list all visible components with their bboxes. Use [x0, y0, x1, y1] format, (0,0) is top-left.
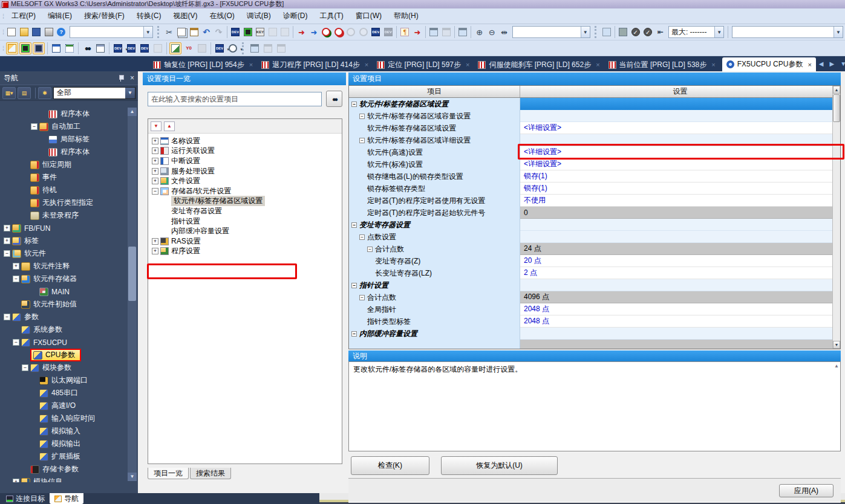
collapse-icon[interactable]: − [31, 123, 38, 130]
find-replace-icon[interactable] [94, 42, 106, 54]
settings-row-value-cell[interactable]: 2048 点 [520, 303, 840, 315]
expand-icon[interactable]: + [152, 168, 158, 175]
menu-item-10[interactable]: 帮助(H) [388, 9, 425, 22]
table-scrollbar[interactable]: ▲ ▼ [832, 86, 840, 349]
device-find-disabled-icon[interactable]: DEV [383, 26, 394, 38]
program-list-icon[interactable] [50, 42, 62, 54]
nav-scrollbar[interactable]: ▲ ▼ [128, 108, 137, 481]
statement-list-icon[interactable] [64, 42, 76, 54]
settings-row-value-cell[interactable]: 不使用 [520, 195, 840, 207]
menu-item-1[interactable]: 编辑(E) [42, 9, 78, 22]
help-icon[interactable]: ? [56, 26, 67, 38]
expand-icon[interactable]: + [152, 178, 158, 184]
collapse-icon[interactable]: − [13, 339, 19, 346]
collapse-icon[interactable]: − [22, 364, 28, 371]
menu-item-3[interactable]: 转换(C) [131, 9, 168, 22]
check-button[interactable]: 检查(K) [351, 456, 429, 475]
nav-tree-item[interactable]: 程序本体 [0, 146, 127, 158]
expand-all-icon[interactable]: ▲ [164, 121, 175, 131]
settings-row-value-cell[interactable]: 2 点 [520, 267, 840, 279]
search-next-icon[interactable] [358, 26, 370, 38]
nav-tree-item[interactable]: +软元件注释 [0, 260, 127, 273]
nav-tree-item[interactable]: 待机 [0, 184, 127, 196]
collapse-icon[interactable]: − [359, 114, 365, 119]
collapse-icon[interactable]: − [359, 295, 365, 300]
address-box[interactable]: ▼ [732, 26, 843, 38]
settings-row-value-cell[interactable]: <详细设置> [520, 146, 840, 158]
doc-tab-3[interactable]: 伺服使能刹车 [PRG] [LD] 652步× [474, 58, 604, 71]
expand-icon[interactable]: + [13, 479, 19, 482]
collapse-icon[interactable]: − [351, 331, 357, 337]
watch-window-disabled-icon[interactable] [441, 26, 452, 38]
setting-tree-item[interactable]: 软元件/标签存储器区域设置 [148, 196, 342, 207]
search-drop-icon[interactable]: ▾ [227, 42, 239, 54]
nav-tree-item[interactable]: +模块信息 [0, 476, 127, 482]
nav-tree-item[interactable]: MAIN [0, 285, 127, 298]
menu-item-8[interactable]: 工具(T) [313, 9, 349, 22]
restore-default-button[interactable]: 恢复为默认(U) [441, 456, 558, 475]
nav-tree-item[interactable]: +FB/FUN [0, 222, 127, 234]
apply-button[interactable]: 应用(A) [779, 484, 834, 497]
nav-tree-item[interactable]: 事件 [0, 171, 127, 184]
collapse-icon[interactable]: − [13, 276, 19, 282]
copy-icon[interactable] [176, 26, 188, 38]
collapse-icon[interactable]: − [359, 234, 365, 240]
menu-item-5[interactable]: 在线(O) [203, 9, 240, 22]
tab-close-icon[interactable]: × [365, 61, 368, 68]
zoom-out-icon[interactable]: ⊖ [486, 26, 498, 38]
tab-close-icon[interactable]: × [596, 61, 599, 68]
expand-icon[interactable]: + [152, 158, 158, 164]
docking-tab-target[interactable]: 连接目标 [1, 493, 50, 504]
setting-tree-item[interactable]: 指针设置 [148, 216, 342, 227]
new-file-icon[interactable] [6, 26, 18, 38]
expand-icon[interactable]: + [152, 147, 158, 154]
collapse-icon[interactable]: − [351, 283, 357, 288]
doc-tab-0[interactable]: 轴复位 [PRG] [LD] 954步× [149, 58, 257, 71]
setting-search-input[interactable] [148, 92, 322, 106]
convert-check-icon[interactable]: ✓ [630, 26, 641, 38]
device-search-green-icon[interactable] [321, 26, 332, 38]
module-configuration-icon[interactable] [33, 42, 45, 54]
open-file-icon[interactable] [19, 26, 30, 38]
device-find-icon[interactable]: DEV [370, 26, 382, 38]
device-tree-icon[interactable]: DEV [139, 42, 151, 54]
cut-icon[interactable]: ✂ [163, 26, 175, 38]
setting-tree-item[interactable]: +文件设置 [148, 176, 342, 186]
docking-window-2-icon[interactable] [262, 42, 274, 54]
doc-tab-5[interactable]: FX5UCPU CPU参数× [722, 57, 816, 71]
item-list-tab-1[interactable]: 搜索结果 [190, 468, 231, 479]
nav-tree-item[interactable]: 未登录程序 [0, 209, 127, 222]
docking-window-3-icon[interactable] [275, 42, 287, 54]
nav-tree-item[interactable]: 高速I/O [0, 399, 127, 412]
setting-tree-item[interactable]: −存储器/软元件设置 [148, 186, 342, 196]
device-monitor-drop-icon[interactable]: DEV▾ [214, 42, 226, 54]
collapse-icon[interactable]: − [359, 138, 365, 143]
nav-tree-item[interactable]: 485串口 [0, 387, 127, 399]
doc-tab-2[interactable]: 定位 [PRG] [LD] 597步× [373, 58, 474, 71]
nav-tree-item[interactable]: −参数 [0, 311, 127, 323]
expand-icon[interactable]: + [152, 238, 158, 245]
nav-tree-item[interactable]: 输入响应时间 [0, 412, 127, 425]
scrollbar-thumb[interactable] [833, 94, 840, 122]
jump-list-icon[interactable]: ¶ [399, 26, 411, 38]
scrollbar-thumb[interactable] [128, 247, 136, 301]
item-list-tab-0[interactable]: 项目一览 [148, 468, 189, 479]
element-selection-icon[interactable] [19, 42, 31, 54]
tab-close-icon[interactable]: × [807, 61, 811, 68]
io-monitor-icon[interactable]: Y0 [183, 42, 195, 54]
convert-all-check-icon[interactable]: ✓ [642, 26, 654, 38]
setting-tree-item[interactable]: +名称设置 [148, 136, 342, 146]
scroll-down-icon[interactable]: ▼ [833, 341, 840, 349]
nav-tree-item[interactable]: 程序本体 [0, 108, 127, 120]
setting-tree-item[interactable]: 内部缓冲容量设置 [148, 226, 342, 236]
nav-tree-item[interactable]: 无执行类型指定 [0, 196, 127, 209]
settings-row-value-cell[interactable]: <详细设置> [520, 122, 840, 134]
menu-item-4[interactable]: 视图(V) [167, 9, 203, 22]
find-icon[interactable]: ●● [81, 42, 93, 54]
tree-display-icon[interactable]: ▦▾ [2, 87, 16, 99]
settings-row-value-cell[interactable]: 锁存(1) [520, 183, 840, 195]
nav-tree-item[interactable]: 存储卡参数 [0, 463, 127, 476]
paste-icon[interactable] [188, 26, 200, 38]
setting-tree-item[interactable]: +RAS设置 [148, 236, 342, 247]
tab-nav-arrow-1[interactable]: ▶ [827, 60, 838, 67]
